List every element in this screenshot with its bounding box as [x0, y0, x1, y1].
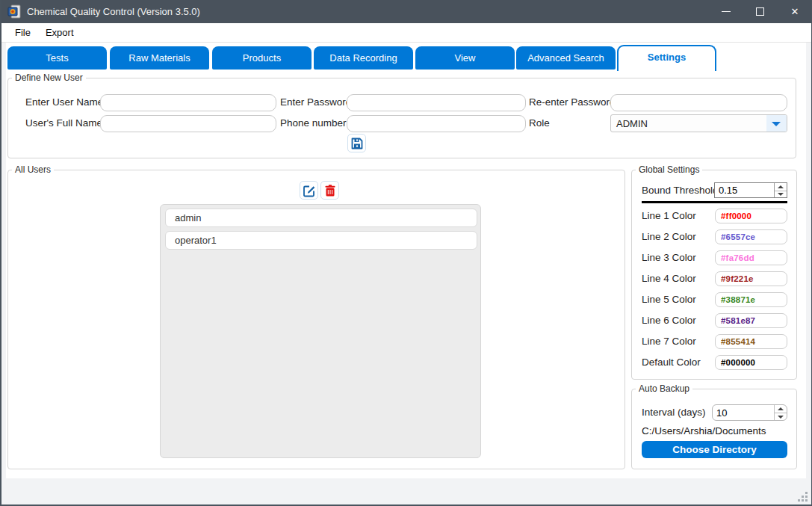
role-selected-value: ADMIN [616, 115, 648, 132]
spin-up-button[interactable] [775, 183, 787, 191]
app-icon [7, 4, 22, 19]
chevron-down-icon [772, 122, 781, 126]
delete-user-button[interactable] [320, 181, 339, 200]
app-window: Chemical Quality Control (Version 3.5.0)… [0, 0, 812, 506]
define-new-user-title: Define New User [12, 72, 86, 83]
spin-down-button[interactable] [775, 191, 787, 198]
auto-backup-title: Auto Backup [636, 383, 692, 394]
all-users-group: All Users admin operator1 [7, 170, 625, 469]
bound-threshold-label: Bound Threshold [642, 182, 719, 199]
line5-color-label: Line 5 Color [642, 292, 696, 307]
password-input[interactable] [347, 94, 526, 111]
user-name-label: Enter User Name [25, 94, 103, 111]
minimize-icon [722, 11, 731, 12]
users-list[interactable]: admin operator1 [160, 204, 481, 458]
reenter-password-input[interactable] [610, 94, 787, 111]
all-users-title: All Users [12, 164, 54, 175]
full-name-input[interactable] [100, 115, 276, 132]
line7-color-label: Line 7 Color [642, 334, 696, 349]
line7-color-field[interactable]: #855414 [715, 334, 787, 349]
role-combobox[interactable]: ADMIN [610, 114, 787, 132]
line1-color-label: Line 1 Color [642, 209, 696, 223]
interval-spinbox[interactable] [712, 404, 787, 421]
spin-arrows [774, 183, 787, 197]
password-label: Enter Password [280, 94, 351, 111]
tab-products[interactable]: Products [212, 46, 312, 70]
minimize-button[interactable] [709, 0, 743, 23]
phone-input[interactable] [347, 115, 526, 132]
trash-icon [323, 184, 337, 197]
default-color-field[interactable]: #000000 [715, 355, 787, 370]
full-name-label: User's Full Name [25, 115, 102, 132]
triangle-down-icon [778, 416, 784, 419]
edit-user-button[interactable] [300, 181, 318, 200]
triangle-down-icon [778, 193, 784, 196]
window-frame-left [0, 0, 1, 506]
menu-export[interactable]: Export [38, 23, 81, 42]
menu-file[interactable]: File [7, 23, 38, 42]
triangle-up-icon [778, 185, 784, 188]
user-name-input[interactable] [100, 94, 276, 111]
spin-arrows [774, 405, 787, 420]
user-list-item[interactable]: operator1 [165, 231, 477, 250]
edit-icon [303, 184, 316, 197]
line6-color-label: Line 6 Color [642, 313, 696, 328]
window-title: Chemical Quality Control (Version 3.5.0) [27, 0, 200, 23]
phone-label: Phone number [280, 115, 347, 132]
maximize-button[interactable] [743, 0, 778, 23]
line4-color-field[interactable]: #9f221e [715, 271, 787, 286]
spin-up-button[interactable] [775, 405, 787, 413]
close-button[interactable]: ✕ [778, 0, 812, 23]
section-divider [642, 201, 787, 203]
bound-threshold-input[interactable] [715, 183, 773, 197]
reenter-password-label: Re-enter Password [529, 94, 616, 111]
auto-backup-group: Auto Backup Interval (days) C:/Users/Ars… [631, 389, 797, 469]
global-settings-group: Global Settings Bound Threshold Line 1 C… [631, 170, 797, 380]
status-bar [1, 478, 811, 505]
line2-color-label: Line 2 Color [642, 229, 696, 244]
line4-color-label: Line 4 Color [642, 271, 696, 286]
role-label: Role [529, 115, 550, 132]
interval-input[interactable] [713, 405, 772, 420]
choose-directory-button[interactable]: Choose Directory [642, 441, 787, 458]
maximize-icon [756, 7, 764, 16]
line3-color-label: Line 3 Color [642, 250, 696, 265]
line5-color-field[interactable]: #38871e [715, 292, 787, 307]
tab-tests[interactable]: Tests [7, 46, 107, 70]
default-color-label: Default Color [642, 355, 701, 370]
line1-color-field[interactable]: #ff0000 [715, 209, 787, 223]
resize-grip[interactable] [798, 492, 808, 502]
line3-color-field[interactable]: #fa76dd [715, 250, 787, 265]
triangle-up-icon [778, 407, 784, 410]
title-bar[interactable]: Chemical Quality Control (Version 3.5.0)… [0, 0, 812, 23]
line6-color-field[interactable]: #581e87 [715, 313, 787, 328]
define-new-user-group: Define New User Enter User Name Enter Pa… [7, 78, 796, 158]
save-user-button[interactable] [347, 134, 366, 152]
save-icon [350, 137, 364, 150]
line2-color-field[interactable]: #6557ce [715, 229, 787, 244]
tab-view[interactable]: View [415, 46, 515, 70]
tab-data-recording[interactable]: Data Recording [314, 46, 413, 70]
user-list-item[interactable]: admin [165, 209, 477, 227]
tab-advanced-search[interactable]: Advanced Search [516, 46, 616, 70]
bound-threshold-spinbox[interactable] [714, 182, 787, 198]
interval-label: Interval (days) [642, 404, 706, 421]
tab-settings[interactable]: Settings [617, 45, 716, 71]
global-settings-title: Global Settings [636, 164, 702, 175]
tab-raw-materials[interactable]: Raw Materials [110, 46, 209, 70]
spin-down-button[interactable] [775, 413, 787, 420]
backup-path: C:/Users/Arshia/Documents [642, 425, 766, 436]
menu-bar: File Export [1, 23, 811, 43]
